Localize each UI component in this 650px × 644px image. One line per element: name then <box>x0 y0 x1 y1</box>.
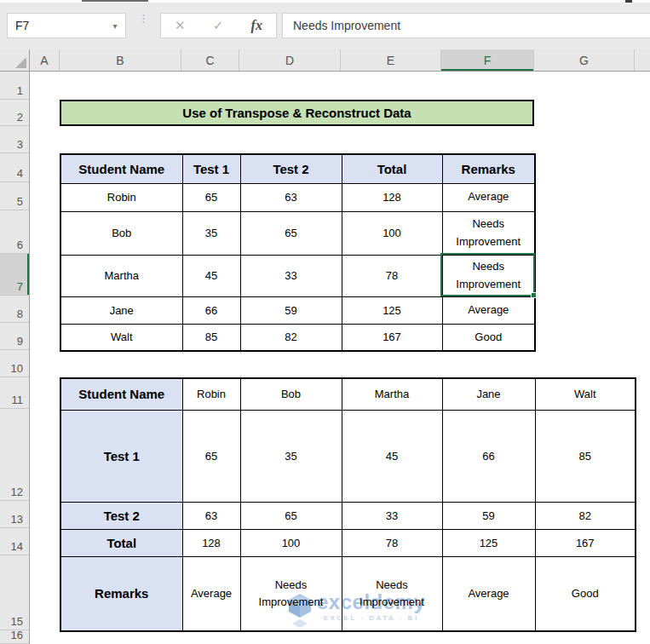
cell-value[interactable]: 100 <box>240 529 342 556</box>
selected-cell-outline[interactable] <box>440 253 535 296</box>
cell-remarks[interactable]: Good <box>535 556 636 631</box>
cell-remarks[interactable]: Needs Improvement <box>442 211 535 255</box>
row-header-1[interactable]: 1 <box>0 72 29 100</box>
row-header-12[interactable]: 12 <box>0 409 29 501</box>
cancel-icon[interactable]: ✕ <box>175 18 186 33</box>
cell-value[interactable]: 128 <box>182 529 240 556</box>
row-header-14[interactable]: 14 <box>0 528 29 555</box>
cell-remarks[interactable]: Needs Improvement <box>342 556 442 631</box>
cell-student[interactable]: Martha <box>342 378 442 410</box>
formula-bar-row: F7 ▾ ⋮ ✕ ✓ fx Needs Improvement <box>0 3 650 49</box>
formula-input[interactable]: Needs Improvement <box>282 13 650 38</box>
col-header-remarks[interactable]: Remarks <box>442 154 535 183</box>
cell-test2[interactable]: 63 <box>240 183 342 211</box>
row-header-3[interactable]: 3 <box>0 126 29 153</box>
cell-test2[interactable]: 82 <box>240 324 342 351</box>
cell-value[interactable]: 78 <box>342 529 442 556</box>
enter-icon[interactable]: ✓ <box>213 18 224 33</box>
cell-value[interactable]: 82 <box>535 502 636 529</box>
row-header-7[interactable]: 7 <box>0 254 29 296</box>
cell-student[interactable]: Walt <box>60 324 182 351</box>
column-header-a[interactable]: A <box>30 49 60 71</box>
cell-value[interactable]: 125 <box>442 529 535 556</box>
cell-remarks[interactable]: Average <box>442 556 535 631</box>
cell-total[interactable]: 167 <box>342 324 442 351</box>
column-header-partial <box>635 49 650 71</box>
select-all-button[interactable] <box>0 49 30 71</box>
cell-remarks[interactable]: Average <box>442 296 535 324</box>
cell-remarks[interactable]: Average <box>182 556 240 631</box>
row-header-8[interactable]: 8 <box>0 296 29 323</box>
formula-value: Needs Improvement <box>283 19 400 32</box>
cell-test2[interactable]: 33 <box>240 255 342 296</box>
col-header-test2[interactable]: Test 2 <box>240 154 342 183</box>
row-header-10[interactable]: 10 <box>0 350 29 377</box>
worksheet: 1 2 3 4 5 6 7 8 9 10 11 12 13 14 15 16 U… <box>0 72 650 644</box>
select-all-icon <box>15 57 26 68</box>
transposed-table: Student Name Robin Bob Martha Jane Walt … <box>60 377 636 632</box>
insert-function-icon[interactable]: fx <box>251 18 262 33</box>
column-header-b[interactable]: B <box>60 49 181 71</box>
cell-student[interactable]: Walt <box>535 378 636 410</box>
column-header-c[interactable]: C <box>181 49 239 71</box>
cell-test1[interactable]: 45 <box>182 255 240 296</box>
row-header-6[interactable]: 6 <box>0 210 29 254</box>
cell-student[interactable]: Martha <box>60 255 182 296</box>
cell-student[interactable]: Bob <box>240 378 342 410</box>
cell-value[interactable]: 167 <box>535 529 636 556</box>
cell-value[interactable]: 63 <box>182 502 240 529</box>
row-label-remarks[interactable]: Remarks <box>60 556 182 631</box>
cell-value[interactable]: 33 <box>342 502 442 529</box>
cell-value[interactable]: 65 <box>240 502 342 529</box>
cell-value[interactable]: 85 <box>535 410 636 502</box>
column-header-g[interactable]: G <box>534 49 635 71</box>
cell-test1[interactable]: 65 <box>182 183 240 211</box>
cell-test2[interactable]: 65 <box>240 211 342 255</box>
cell-remarks[interactable]: Average <box>442 183 535 211</box>
row-label-student-name[interactable]: Student Name <box>60 378 182 410</box>
cell-total[interactable]: 125 <box>342 296 442 324</box>
cell-total[interactable]: 78 <box>342 255 442 296</box>
col-header-total[interactable]: Total <box>342 154 442 183</box>
column-header-d[interactable]: D <box>239 49 341 71</box>
row-header-4[interactable]: 4 <box>0 153 29 182</box>
cell-value[interactable]: 45 <box>342 410 442 502</box>
title-banner[interactable]: Use of Transpose & Reconstruct Data <box>60 100 534 126</box>
cell-test1[interactable]: 66 <box>182 296 240 324</box>
cell-student[interactable]: Robin <box>182 378 240 410</box>
row-header-15[interactable]: 15 <box>0 555 29 630</box>
col-header-test1[interactable]: Test 1 <box>182 154 240 183</box>
cell-value[interactable]: 66 <box>442 410 535 502</box>
name-box[interactable]: F7 ▾ <box>7 13 126 38</box>
chevron-down-icon[interactable]: ▾ <box>105 21 125 31</box>
column-header-f[interactable]: F <box>441 49 534 71</box>
cell-student[interactable]: Bob <box>60 211 182 255</box>
table-header-row: Student Name Test 1 Test 2 Total Remarks <box>60 154 535 183</box>
row-header-16[interactable]: 16 <box>0 630 29 644</box>
cell-student[interactable]: Jane <box>442 378 535 410</box>
cell-test1[interactable]: 35 <box>182 211 240 255</box>
cell-total[interactable]: 100 <box>342 211 442 255</box>
row-header-9[interactable]: 9 <box>0 323 29 350</box>
cell-test2[interactable]: 59 <box>240 296 342 324</box>
row-header-11[interactable]: 11 <box>0 377 29 409</box>
row-header-13[interactable]: 13 <box>0 501 29 528</box>
row-label-total[interactable]: Total <box>60 529 182 556</box>
cell-student[interactable]: Jane <box>60 296 182 324</box>
cell-student[interactable]: Robin <box>60 183 182 211</box>
cell-remarks[interactable]: Good <box>442 324 535 351</box>
row-label-test2[interactable]: Test 2 <box>60 502 182 529</box>
column-header-e[interactable]: E <box>341 49 441 71</box>
row-label-test1[interactable]: Test 1 <box>60 410 182 502</box>
cell-value[interactable]: 65 <box>182 410 240 502</box>
cell-value[interactable]: 35 <box>240 410 342 502</box>
row-header-2[interactable]: 2 <box>0 100 29 126</box>
cell-total[interactable]: 128 <box>342 183 442 211</box>
cell-test1[interactable]: 85 <box>182 324 240 351</box>
fill-handle[interactable] <box>531 292 537 298</box>
row-header-5[interactable]: 5 <box>0 182 29 210</box>
cell-remarks[interactable]: Needs Improvement <box>240 556 342 631</box>
cell-reference: F7 <box>8 19 105 32</box>
cell-value[interactable]: 59 <box>442 502 535 529</box>
col-header-student-name[interactable]: Student Name <box>60 154 182 183</box>
